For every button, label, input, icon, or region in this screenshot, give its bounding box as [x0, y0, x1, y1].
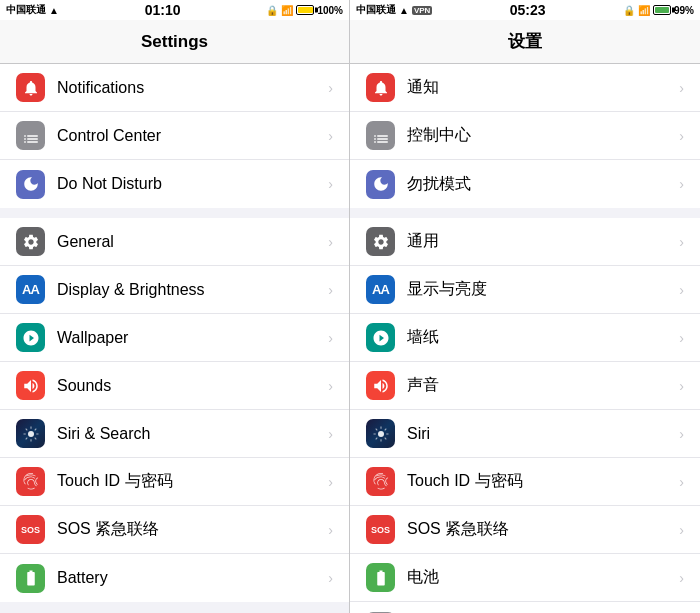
right-row-sos[interactable]: SOS SOS 紧急联络 › — [350, 506, 700, 554]
right-row-do-not-disturb[interactable]: 勿扰模式 › — [350, 160, 700, 208]
left-display-chevron: › — [328, 282, 333, 298]
left-row-display[interactable]: AA Display & Brightness › — [0, 266, 349, 314]
right-row-general[interactable]: 通用 › — [350, 218, 700, 266]
right-nav-bar: 设置 — [350, 20, 700, 64]
right-notifications-icon — [366, 73, 395, 102]
left-divider-1 — [0, 208, 349, 218]
left-settings-list[interactable]: Notifications › Control Center › Do Not … — [0, 64, 349, 613]
right-status-bar: 中国联通 ▲ VPN 05:23 🔒 📶 99% — [350, 0, 700, 20]
left-status-left: 中国联通 ▲ — [6, 3, 59, 17]
right-row-siri[interactable]: Siri › — [350, 410, 700, 458]
right-general-icon — [366, 227, 395, 256]
right-siri-chevron: › — [679, 426, 684, 442]
right-sounds-icon — [366, 371, 395, 400]
right-control-center-label: 控制中心 — [407, 125, 675, 146]
right-control-center-icon — [366, 121, 395, 150]
left-battery-icon — [16, 564, 45, 593]
right-battery-pct: 99% — [674, 5, 694, 16]
left-wallpaper-label: Wallpaper — [57, 329, 324, 347]
right-wallpaper-label: 墙纸 — [407, 327, 675, 348]
right-touch-id-icon — [366, 467, 395, 496]
right-group-1: 通知 › 控制中心 › 勿扰模式 › — [350, 64, 700, 208]
left-do-not-disturb-label: Do Not Disturb — [57, 175, 324, 193]
left-row-wallpaper[interactable]: Wallpaper › — [0, 314, 349, 362]
right-row-control-center[interactable]: 控制中心 › — [350, 112, 700, 160]
right-row-sounds[interactable]: 声音 › — [350, 362, 700, 410]
left-battery-pct: 100% — [317, 5, 343, 16]
left-do-not-disturb-icon — [16, 170, 45, 199]
left-row-battery[interactable]: Battery › — [0, 554, 349, 602]
left-lock-icon: 🔒 — [266, 5, 278, 16]
right-display-icon: AA — [366, 275, 395, 304]
right-row-touch-id[interactable]: Touch ID 与密码 › — [350, 458, 700, 506]
left-touch-id-chevron: › — [328, 474, 333, 490]
left-battery-chevron: › — [328, 570, 333, 586]
right-wifi-icon: ▲ — [399, 5, 409, 16]
right-sos-icon: SOS — [366, 515, 395, 544]
left-control-center-chevron: › — [328, 128, 333, 144]
left-notifications-chevron: › — [328, 80, 333, 96]
left-group-1: Notifications › Control Center › Do Not … — [0, 64, 349, 208]
right-battery-icon — [366, 563, 395, 592]
right-do-not-disturb-label: 勿扰模式 — [407, 174, 675, 195]
right-touch-id-label: Touch ID 与密码 — [407, 471, 675, 492]
left-row-sos[interactable]: SOS SOS 紧急联络 › — [0, 506, 349, 554]
right-display-label: 显示与亮度 — [407, 279, 675, 300]
right-row-wallpaper[interactable]: 墙纸 › — [350, 314, 700, 362]
left-sos-chevron: › — [328, 522, 333, 538]
right-status-right: 🔒 📶 99% — [623, 5, 694, 16]
right-sos-chevron: › — [679, 522, 684, 538]
right-siri-label: Siri — [407, 425, 675, 443]
left-row-siri[interactable]: Siri & Search › — [0, 410, 349, 458]
right-nav-title: 设置 — [508, 30, 542, 53]
right-row-notifications[interactable]: 通知 › — [350, 64, 700, 112]
left-row-touch-id[interactable]: Touch ID 与密码 › — [0, 458, 349, 506]
left-sos-label: SOS 紧急联络 — [57, 519, 324, 540]
left-group-2: General › AA Display & Brightness › Wall… — [0, 218, 349, 602]
right-divider-1 — [350, 208, 700, 218]
left-nav-title: Settings — [141, 32, 208, 52]
right-status-left: 中国联通 ▲ VPN — [356, 3, 432, 17]
right-group-2: 通用 › AA 显示与亮度 › 墙纸 › 声音 — [350, 218, 700, 613]
right-do-not-disturb-icon — [366, 170, 395, 199]
left-row-general[interactable]: General › — [0, 218, 349, 266]
left-general-label: General — [57, 233, 324, 251]
left-battery-icon — [296, 5, 314, 15]
right-wallpaper-chevron: › — [679, 330, 684, 346]
right-sounds-label: 声音 — [407, 375, 675, 396]
left-sos-icon: SOS — [16, 515, 45, 544]
left-wallpaper-icon — [16, 323, 45, 352]
right-row-battery[interactable]: 电池 › — [350, 554, 700, 602]
right-battery-chevron: › — [679, 570, 684, 586]
left-touch-id-icon — [16, 467, 45, 496]
right-control-center-chevron: › — [679, 128, 684, 144]
right-wallpaper-icon — [366, 323, 395, 352]
left-row-notifications[interactable]: Notifications › — [0, 64, 349, 112]
right-sos-label: SOS 紧急联络 — [407, 519, 675, 540]
right-signal-icon: 📶 — [638, 5, 650, 16]
left-sounds-chevron: › — [328, 378, 333, 394]
left-time: 01:10 — [145, 2, 181, 18]
right-notifications-label: 通知 — [407, 77, 675, 98]
right-settings-list[interactable]: 通知 › 控制中心 › 勿扰模式 › — [350, 64, 700, 613]
left-display-icon: AA — [16, 275, 45, 304]
left-status-right: 🔒 📶 100% — [266, 5, 343, 16]
left-notifications-label: Notifications — [57, 79, 324, 97]
left-wallpaper-chevron: › — [328, 330, 333, 346]
left-control-center-icon — [16, 121, 45, 150]
left-row-control-center[interactable]: Control Center › — [0, 112, 349, 160]
left-siri-label: Siri & Search — [57, 425, 324, 443]
left-siri-icon — [16, 419, 45, 448]
left-row-sounds[interactable]: Sounds › — [0, 362, 349, 410]
left-phone-panel: 中国联通 ▲ 01:10 🔒 📶 100% Settings Notificat… — [0, 0, 350, 613]
svg-point-0 — [28, 431, 34, 437]
left-control-center-label: Control Center — [57, 127, 324, 145]
right-row-display[interactable]: AA 显示与亮度 › — [350, 266, 700, 314]
right-battery-icon — [653, 5, 671, 15]
right-row-privacy[interactable]: 隐私 › — [350, 602, 700, 613]
left-do-not-disturb-chevron: › — [328, 176, 333, 192]
left-signal-icon: 📶 — [281, 5, 293, 16]
right-sounds-chevron: › — [679, 378, 684, 394]
right-vpn-badge: VPN — [412, 6, 432, 15]
left-row-do-not-disturb[interactable]: Do Not Disturb › — [0, 160, 349, 208]
